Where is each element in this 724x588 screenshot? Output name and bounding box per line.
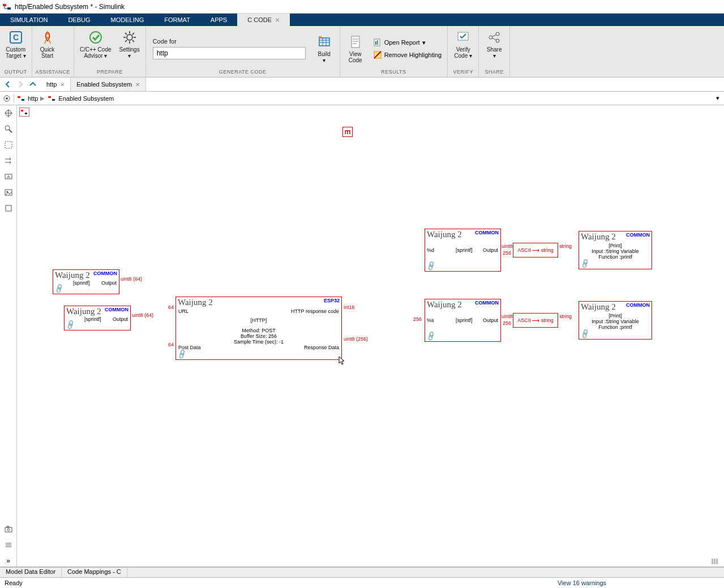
ribbon-group-verify: Verify Code ▾ VERIFY [448,26,479,77]
model-browser-icon[interactable] [19,108,29,117]
nav-forward-button[interactable] [15,79,26,90]
view-code-button[interactable]: View Code [344,33,367,65]
nav-back-button[interactable] [2,79,14,90]
block-print-1[interactable]: Waijung 2 COMMON [Print] Input :String V… [579,231,652,269]
wire-label: 256 [503,320,511,326]
svg-rect-59 [21,110,23,111]
svg-rect-38 [18,96,20,98]
group-label: PREPARE [78,69,142,75]
tab-model-data-editor[interactable]: Model Data Editor [0,568,62,577]
custom-target-button[interactable]: C Custom Target ▾ [3,28,28,60]
svg-rect-53 [5,527,12,532]
breadcrumb-dropdown[interactable]: ▾ [714,95,722,102]
wire-label: 64 [168,342,174,347]
canvas-palette: A » [0,105,17,566]
share-button[interactable]: Share ▾ [482,28,506,60]
code-advisor-button[interactable]: C/C++ Code Advisor ▾ [78,28,114,60]
ribbon-group-results: View Code Open Report ▾ Remove Highlight… [340,26,448,77]
close-icon[interactable]: ✕ [275,17,280,23]
link-icon: 🔗 [426,331,437,342]
svg-point-54 [7,529,10,531]
settings-button[interactable]: Settings ▾ [117,28,142,60]
tab-modeling[interactable]: MODELING [101,14,155,26]
document-tabs: http ✕ Enabled Subsystem ✕ [0,78,724,92]
link-icon: 🔗 [426,260,437,272]
svg-point-32 [496,32,499,36]
svg-rect-26 [375,41,376,45]
wire-label: string [559,243,572,249]
annotation-icon[interactable]: A [3,171,14,182]
view-warnings-link[interactable]: View 16 warnings [558,580,606,586]
quick-start-button[interactable]: Quick Start [36,28,59,60]
image-icon[interactable] [3,187,14,198]
tab-debug[interactable]: DEBUG [58,14,100,26]
block-sprintf-1[interactable]: Waijung 2 COMMON [sprintf] Output 🔗 [53,269,119,294]
doc-tab-http[interactable]: http ✕ [41,78,71,91]
block-sprintf-3[interactable]: Waijung 2 COMMON %d [sprintf] Output 🔗 [425,229,501,272]
nav-up-button[interactable] [27,79,38,90]
target-icon[interactable] [2,94,11,103]
block-sprintf-2[interactable]: Waijung 2 COMMON [sprintf] Output 🔗 [64,306,131,331]
document-icon [348,34,363,50]
tab-format[interactable]: FORMAT [154,14,200,26]
area-icon[interactable] [3,203,14,214]
block-sprintf-4[interactable]: Waijung 2 COMMON %s [sprintf] Output 🔗 [425,299,501,342]
close-icon[interactable]: ✕ [60,81,65,88]
tab-simulation[interactable]: SIMULATION [0,14,58,26]
remove-highlighting-button[interactable]: Remove Highlighting [371,49,444,61]
ribbon-group-assistance: Quick Start ASSISTANCE [32,26,74,77]
tab-c-code[interactable]: C CODE ✕ [237,14,290,26]
wire-label: 64 [168,304,174,310]
wire-label: string [559,314,572,319]
list-icon[interactable] [3,539,14,551]
toolstrip-tabs: SIMULATION DEBUG MODELING FORMAT APPS C … [0,14,724,26]
wire-label: uint8 (256) [344,336,368,342]
rocket-icon [40,29,55,45]
expand-icon[interactable]: » [3,555,14,566]
svg-rect-47 [5,141,12,148]
block-print-2[interactable]: Waijung 2 COMMON [Print] Input :String V… [579,301,652,340]
mouse-cursor-icon [339,356,345,365]
svg-point-33 [496,39,499,42]
open-report-button[interactable]: Open Report ▾ [371,37,444,48]
breadcrumb-root[interactable]: http [28,95,38,102]
fit-icon[interactable] [3,139,14,151]
svg-line-46 [9,130,12,132]
svg-rect-40 [48,96,51,98]
block-http[interactable]: Waijung 2 ESP32 URL Post Data HTTP respo… [175,297,342,360]
close-icon[interactable]: ✕ [135,81,140,88]
ribbon: C Custom Target ▾ OUTPUT Quick Start ASS… [0,26,724,78]
svg-line-14 [125,40,127,42]
block-ascii-2[interactable]: ASCII ⟶ string [513,313,558,328]
group-label: ASSISTANCE [36,69,70,75]
svg-rect-60 [25,113,27,114]
link-icon: 🔗 [65,319,76,331]
svg-rect-55 [7,526,9,527]
group-label: RESULTS [344,69,444,75]
wire-label: uint8 (64) [121,276,142,282]
enable-port-icon[interactable] [342,127,353,137]
hide-show-icon[interactable] [3,108,14,119]
tab-apps[interactable]: APPS [200,14,237,26]
doc-tab-enabled-subsystem[interactable]: Enabled Subsystem ✕ [71,78,146,91]
canvas[interactable]: Waijung 2 COMMON [sprintf] Output 🔗 Waij… [17,105,724,566]
verify-code-button[interactable]: Verify Code ▾ [451,28,475,60]
svg-point-6 [127,35,132,40]
window-title: http/Enabled Subsystem * - Simulink [15,3,125,11]
block-ascii-1[interactable]: ASCII ⟶ string [513,243,558,257]
tab-code-mappings[interactable]: Code Mappings - C [62,568,127,577]
build-button[interactable]: Build ▾ [312,33,336,65]
chevron-right-icon: ▶ [40,95,45,101]
title-bar: http/Enabled Subsystem * - Simulink [0,0,724,14]
arrows-icon[interactable] [3,155,14,166]
svg-text:C: C [13,33,19,42]
camera-icon[interactable] [3,523,14,535]
svg-rect-52 [6,205,11,211]
zoom-icon[interactable] [3,123,14,135]
code-for-input[interactable] [153,47,306,59]
svg-rect-20 [319,36,322,38]
group-label: SHARE [482,69,506,75]
breadcrumb-sub[interactable]: Enabled Subsystem [58,95,114,102]
bottom-panel-tabs: Model Data Editor Code Mappings - C [0,567,724,577]
svg-point-31 [489,36,492,39]
